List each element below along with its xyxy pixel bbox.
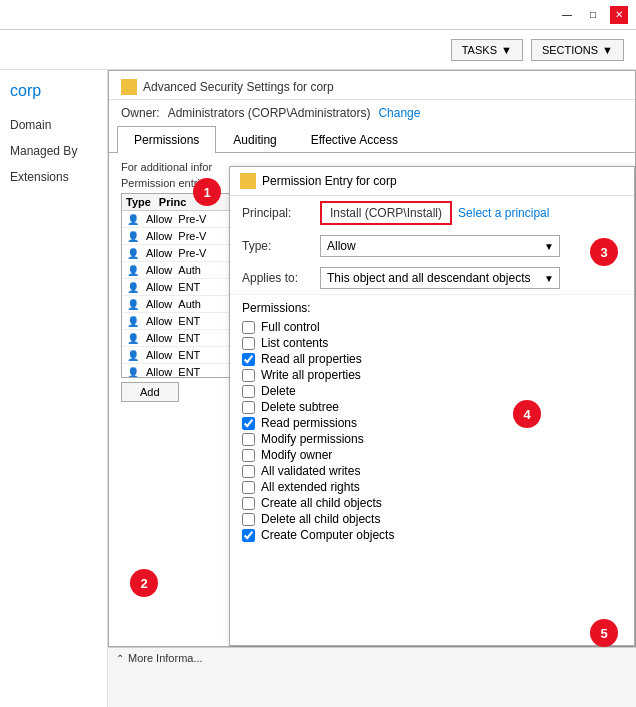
- checkbox-delete-all-child[interactable]: [242, 513, 255, 526]
- checkbox-delete[interactable]: [242, 385, 255, 398]
- tab-auditing[interactable]: Auditing: [216, 126, 293, 153]
- row-type: Allow: [146, 247, 172, 259]
- tab-permissions[interactable]: Permissions: [117, 126, 216, 153]
- checkbox-write-all-props[interactable]: [242, 369, 255, 382]
- dialog-title-icon: [121, 79, 137, 95]
- perm-row-read-all-props: Read all properties: [242, 351, 622, 367]
- tab-effective-access[interactable]: Effective Access: [294, 126, 415, 153]
- applies-select-wrapper: This object and all descendant objects ▼: [320, 267, 560, 289]
- checkbox-modify-owner[interactable]: [242, 449, 255, 462]
- dialog-advanced-title-text: Advanced Security Settings for corp: [143, 80, 334, 94]
- label-write-all-props: Write all properties: [261, 368, 361, 382]
- perm-row-create-computer: Create Computer objects: [242, 527, 622, 543]
- more-info-label: More Informa...: [128, 652, 203, 664]
- user-icon: 👤: [126, 280, 140, 294]
- label-modify-owner: Modify owner: [261, 448, 332, 462]
- label-create-computer: Create Computer objects: [261, 528, 394, 542]
- row-type: Allow: [146, 332, 172, 344]
- applies-to-row: Applies to: This object and all descenda…: [230, 262, 634, 294]
- sidebar-title: corp: [0, 78, 107, 112]
- select-principal-link[interactable]: Select a principal: [458, 206, 549, 220]
- applies-select[interactable]: This object and all descendant objects: [320, 267, 560, 289]
- type-label: Type:: [242, 239, 314, 253]
- checkbox-modify-perms[interactable]: [242, 433, 255, 446]
- row-type: Allow: [146, 230, 172, 242]
- toolbar: TASKS ▼ SECTIONS ▼: [0, 30, 636, 70]
- label-read-perms: Read permissions: [261, 416, 357, 430]
- permissions-checkboxes-section: Permissions: Full control List contents …: [230, 294, 634, 549]
- permissions-title: Permissions:: [242, 301, 622, 315]
- type-select[interactable]: Allow: [320, 235, 560, 257]
- checkbox-read-all-props[interactable]: [242, 353, 255, 366]
- checkbox-extended-rights[interactable]: [242, 481, 255, 494]
- dialog-advanced-title-bar: Advanced Security Settings for corp: [109, 71, 635, 100]
- checkbox-create-computer[interactable]: [242, 529, 255, 542]
- perm-row-list-contents: List contents: [242, 335, 622, 351]
- checkbox-delete-subtree[interactable]: [242, 401, 255, 414]
- perm-row-delete-all-child: Delete all child objects: [242, 511, 622, 527]
- sidebar: corp Domain Managed By Extensions: [0, 70, 108, 707]
- close-button[interactable]: ✕: [610, 6, 628, 24]
- tasks-button[interactable]: TASKS ▼: [451, 39, 523, 61]
- tabs-bar: Permissions Auditing Effective Access: [109, 126, 635, 153]
- sidebar-item-managed-by[interactable]: Managed By: [0, 138, 107, 164]
- principal-value: Install (CORP\Install): [320, 201, 452, 225]
- checkbox-validated-writes[interactable]: [242, 465, 255, 478]
- perm-row-full-control: Full control: [242, 319, 622, 335]
- label-extended-rights: All extended rights: [261, 480, 360, 494]
- tasks-dropdown-icon: ▼: [501, 44, 512, 56]
- add-button[interactable]: Add: [121, 382, 179, 402]
- owner-label: Owner:: [121, 106, 160, 120]
- label-modify-perms: Modify permissions: [261, 432, 364, 446]
- row-principal: Pre-V: [178, 247, 206, 259]
- user-icon: 👤: [126, 365, 140, 378]
- sidebar-item-extensions[interactable]: Extensions: [0, 164, 107, 190]
- owner-change-link[interactable]: Change: [378, 106, 420, 120]
- row-principal: Auth: [178, 264, 201, 276]
- label-create-all-child: Create all child objects: [261, 496, 382, 510]
- user-icon: 👤: [126, 229, 140, 243]
- dialog-inner-title-bar: Permission Entry for corp: [230, 167, 634, 196]
- sections-label: SECTIONS: [542, 44, 598, 56]
- row-type: Allow: [146, 264, 172, 276]
- row-principal: ENT: [178, 366, 200, 378]
- perm-row-create-all-child: Create all child objects: [242, 495, 622, 511]
- col-principal: Princ: [159, 196, 187, 208]
- checkbox-full-control[interactable]: [242, 321, 255, 334]
- user-icon: 👤: [126, 297, 140, 311]
- type-row: Type: Allow ▼: [230, 230, 634, 262]
- minimize-button[interactable]: —: [558, 6, 576, 24]
- user-icon: 👤: [126, 263, 140, 277]
- row-principal: Auth: [178, 298, 201, 310]
- perm-row-delete-subtree: Delete subtree: [242, 399, 622, 415]
- row-principal: ENT: [178, 332, 200, 344]
- checkbox-list-contents[interactable]: [242, 337, 255, 350]
- content-area: Advanced Security Settings for corp Owne…: [108, 70, 636, 707]
- row-principal: ENT: [178, 315, 200, 327]
- perm-row-read-perms: Read permissions: [242, 415, 622, 431]
- label-delete-subtree: Delete subtree: [261, 400, 339, 414]
- row-type: Allow: [146, 366, 172, 378]
- perm-row-modify-owner: Modify owner: [242, 447, 622, 463]
- window-controls: — □ ✕: [558, 6, 628, 24]
- checkbox-create-all-child[interactable]: [242, 497, 255, 510]
- checkbox-read-perms[interactable]: [242, 417, 255, 430]
- row-principal: ENT: [178, 349, 200, 361]
- perm-row-delete: Delete: [242, 383, 622, 399]
- more-info-bar: ⌃ More Informa...: [108, 647, 636, 707]
- sidebar-item-domain[interactable]: Domain: [0, 112, 107, 138]
- owner-value: Administrators (CORP\Administrators): [168, 106, 371, 120]
- chevron-up-icon: ⌃: [116, 653, 124, 664]
- sections-button[interactable]: SECTIONS ▼: [531, 39, 624, 61]
- maximize-button[interactable]: □: [584, 6, 602, 24]
- more-info-button[interactable]: ⌃ More Informa...: [116, 652, 203, 664]
- user-icon: 👤: [126, 331, 140, 345]
- perm-row-extended-rights: All extended rights: [242, 479, 622, 495]
- dialog-advanced-security: Advanced Security Settings for corp Owne…: [108, 70, 636, 647]
- row-type: Allow: [146, 281, 172, 293]
- row-principal: ENT: [178, 281, 200, 293]
- label-list-contents: List contents: [261, 336, 328, 350]
- user-icon: 👤: [126, 212, 140, 226]
- tasks-label: TASKS: [462, 44, 497, 56]
- col-type: Type: [126, 196, 151, 208]
